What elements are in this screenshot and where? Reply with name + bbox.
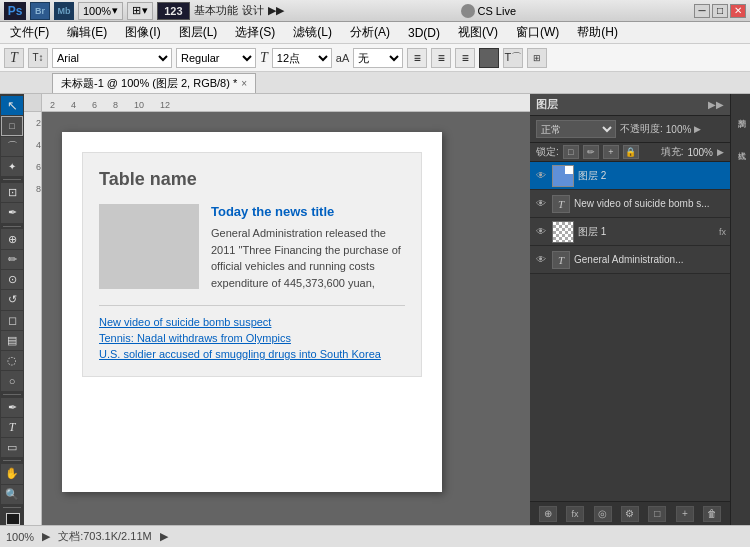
minimize-button[interactable]: ─ bbox=[694, 4, 710, 18]
menu-filter[interactable]: 滤镜(L) bbox=[285, 22, 340, 43]
new-group-button[interactable]: □ bbox=[648, 506, 666, 522]
zoom-dropdown[interactable]: 100%▾ bbox=[78, 2, 123, 20]
aa-mode-select[interactable]: 无 bbox=[353, 48, 403, 68]
dodge-tool[interactable]: ○ bbox=[1, 371, 23, 390]
align-center-button[interactable]: ≡ bbox=[431, 48, 451, 68]
layer-visibility-toggle[interactable]: 👁 bbox=[534, 169, 548, 183]
layer-name: 图层 2 bbox=[578, 169, 726, 183]
layer-item[interactable]: 👁 图层 1 fx bbox=[530, 218, 730, 246]
quick-select-tool[interactable]: ✦ bbox=[1, 157, 23, 176]
menu-help[interactable]: 帮助(H) bbox=[569, 22, 626, 43]
layer-item[interactable]: 👁 T New video of suicide bomb s... bbox=[530, 190, 730, 218]
toolbar-separator-4 bbox=[3, 460, 21, 461]
layer-item[interactable]: 👁 T General Administration... bbox=[530, 246, 730, 274]
layer-name: General Administration... bbox=[574, 254, 726, 265]
view-dropdown[interactable]: ⊞▾ bbox=[127, 2, 153, 20]
font-size-label: T bbox=[260, 50, 268, 66]
lock-label: 锁定: bbox=[536, 145, 559, 159]
font-style-select[interactable]: Regular bbox=[176, 48, 256, 68]
toolbar-separator-3 bbox=[3, 394, 21, 395]
menu-image[interactable]: 图像(I) bbox=[117, 22, 168, 43]
align-right-button[interactable]: ≡ bbox=[455, 48, 475, 68]
lock-all-icon[interactable]: 🔒 bbox=[623, 145, 639, 159]
blend-mode-select[interactable]: 正常 bbox=[536, 120, 616, 138]
brush-tool[interactable]: ✏ bbox=[1, 250, 23, 269]
card-link-2[interactable]: Tennis: Nadal withdraws from Olympics bbox=[99, 332, 405, 344]
lock-transparent-icon[interactable]: □ bbox=[563, 145, 579, 159]
layer-visibility-toggle[interactable]: 👁 bbox=[534, 197, 548, 211]
layers-toolbar: ⊕ fx ◎ ⚙ □ + 🗑 bbox=[530, 501, 730, 525]
healing-brush-tool[interactable]: ⊕ bbox=[1, 229, 23, 248]
menu-3d[interactable]: 3D(D) bbox=[400, 24, 448, 42]
lock-position-icon[interactable]: + bbox=[603, 145, 619, 159]
hand-tool[interactable]: ✋ bbox=[1, 464, 23, 483]
more-icon: ▶▶ bbox=[268, 4, 284, 17]
opacity-arrow[interactable]: ▶ bbox=[694, 124, 701, 134]
maximize-button[interactable]: □ bbox=[712, 4, 728, 18]
collapsed-panel-2[interactable]: 樣式 bbox=[733, 130, 749, 160]
add-mask-button[interactable]: ◎ bbox=[594, 506, 612, 522]
font-size-select[interactable]: 12点 bbox=[272, 48, 332, 68]
panel-expand-icon[interactable]: ▶▶ bbox=[708, 99, 724, 110]
text-tool[interactable]: T bbox=[1, 418, 23, 437]
lasso-tool[interactable]: ⌒ bbox=[1, 137, 23, 156]
menu-window[interactable]: 窗口(W) bbox=[508, 22, 567, 43]
clone-stamp-tool[interactable]: ⊙ bbox=[1, 270, 23, 289]
eraser-tool[interactable]: ◻ bbox=[1, 311, 23, 330]
document-tab[interactable]: 未标题-1 @ 100% (图层 2, RGB/8) * × bbox=[52, 73, 256, 93]
link-layers-button[interactable]: ⊕ bbox=[539, 506, 557, 522]
font-family-select[interactable]: Arial bbox=[52, 48, 172, 68]
layer-item[interactable]: 👁 图层 2 bbox=[530, 162, 730, 190]
marquee-tool[interactable]: □ bbox=[1, 116, 23, 135]
align-left-button[interactable]: ≡ bbox=[407, 48, 427, 68]
close-button[interactable]: ✕ bbox=[730, 4, 746, 18]
menu-file[interactable]: 文件(F) bbox=[2, 22, 57, 43]
shape-tool[interactable]: ▭ bbox=[1, 438, 23, 457]
title-bar-left: Ps Br Mb 100%▾ ⊞▾ 123 基本功能 设计 ▶▶ bbox=[4, 2, 284, 20]
status-zoom[interactable]: 100% bbox=[6, 531, 34, 543]
layer-visibility-toggle[interactable]: 👁 bbox=[534, 253, 548, 267]
br-icon[interactable]: Br bbox=[30, 2, 50, 20]
tab-label: 未标题-1 @ 100% (图层 2, RGB/8) * bbox=[61, 76, 237, 91]
design-label[interactable]: 设计 bbox=[242, 3, 264, 18]
warp-text-icon[interactable]: T⌒ bbox=[503, 48, 523, 68]
card-content: Today the news title General Administrat… bbox=[99, 204, 405, 291]
canvas-area: 2 4 6 8 10 12 2 4 6 8 Table name Today t… bbox=[24, 94, 530, 525]
character-panel-icon[interactable]: ⊞ bbox=[527, 48, 547, 68]
gradient-tool[interactable]: ▤ bbox=[1, 331, 23, 350]
new-layer-button[interactable]: + bbox=[676, 506, 694, 522]
mb-icon[interactable]: Mb bbox=[54, 2, 74, 20]
text-options-icon[interactable]: T↕ bbox=[28, 48, 48, 68]
status-arrow2: ▶ bbox=[160, 530, 168, 543]
zoom-tool[interactable]: 🔍 bbox=[1, 485, 23, 504]
add-layer-style-button[interactable]: fx bbox=[566, 506, 584, 522]
cs-live[interactable]: CS Live bbox=[461, 4, 516, 18]
card-link-3[interactable]: U.S. soldier accused of smuggling drugs … bbox=[99, 348, 405, 360]
move-tool[interactable]: ↖ bbox=[1, 96, 23, 115]
fill-value[interactable]: 100% bbox=[687, 147, 713, 158]
delete-layer-button[interactable]: 🗑 bbox=[703, 506, 721, 522]
menu-select[interactable]: 选择(S) bbox=[227, 22, 283, 43]
opacity-value[interactable]: 100% bbox=[666, 124, 692, 135]
layer-visibility-toggle[interactable]: 👁 bbox=[534, 225, 548, 239]
history-brush-tool[interactable]: ↺ bbox=[1, 290, 23, 309]
menu-layer[interactable]: 图层(L) bbox=[171, 22, 226, 43]
menu-view[interactable]: 视图(V) bbox=[450, 22, 506, 43]
crop-tool[interactable]: ⊡ bbox=[1, 183, 23, 202]
lock-image-icon[interactable]: ✏ bbox=[583, 145, 599, 159]
blur-tool[interactable]: ◌ bbox=[1, 351, 23, 370]
menu-edit[interactable]: 编辑(E) bbox=[59, 22, 115, 43]
text-tool-icon[interactable]: T bbox=[4, 48, 24, 68]
card-container: Table name Today the news title General … bbox=[82, 152, 422, 377]
toolbar-separator-2 bbox=[3, 226, 21, 227]
collapsed-panel-1[interactable]: 調整 bbox=[733, 98, 749, 128]
add-adjustment-button[interactable]: ⚙ bbox=[621, 506, 639, 522]
pen-tool[interactable]: ✒ bbox=[1, 398, 23, 417]
menu-analyze[interactable]: 分析(A) bbox=[342, 22, 398, 43]
eyedropper-tool[interactable]: ✒ bbox=[1, 203, 23, 222]
card-link-1[interactable]: New video of suicide bomb suspect bbox=[99, 316, 405, 328]
tab-close-icon[interactable]: × bbox=[241, 78, 247, 89]
fill-arrow[interactable]: ▶ bbox=[717, 147, 724, 157]
foreground-color[interactable] bbox=[6, 513, 20, 525]
text-color-swatch[interactable] bbox=[479, 48, 499, 68]
